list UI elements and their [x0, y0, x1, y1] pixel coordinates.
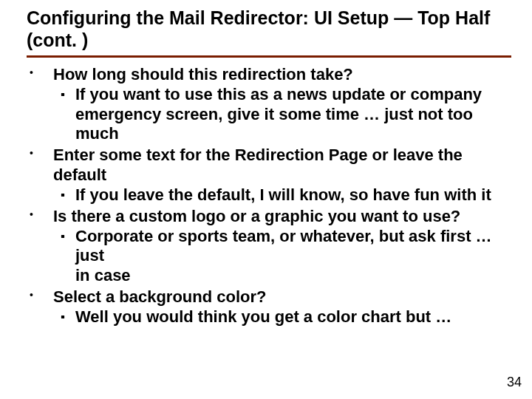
- sub-bullet-text: If you want to use this as a news update…: [75, 85, 510, 144]
- list-item: If you want to use this as a news update…: [53, 85, 510, 144]
- list-item: Corporate or sports team, or whatever, b…: [53, 227, 510, 286]
- bullet-text: Enter some text for the Redirection Page…: [53, 146, 510, 185]
- list-item: Is there a custom logo or a graphic you …: [19, 207, 510, 286]
- sub-bullet-text: If you leave the default, I will know, s…: [75, 185, 510, 205]
- bullet-text: Select a background color?: [53, 287, 510, 307]
- sub-bullet-text: Corporate or sports team, or whatever, b…: [75, 227, 510, 286]
- slide-body: How long should this redirection take? I…: [0, 58, 532, 327]
- sub-bullet-text: Well you would think you get a color cha…: [75, 307, 510, 327]
- bullet-text: How long should this redirection take?: [53, 65, 510, 85]
- list-item: Well you would think you get a color cha…: [53, 307, 510, 327]
- list-item: How long should this redirection take? I…: [19, 65, 510, 144]
- bullet-text: Is there a custom logo or a graphic you …: [53, 207, 510, 227]
- list-item: If you leave the default, I will know, s…: [53, 185, 510, 205]
- list-item: Enter some text for the Redirection Page…: [19, 146, 510, 205]
- page-number: 34: [507, 375, 522, 390]
- slide-title: Configuring the Mail Redirector: UI Setu…: [27, 7, 502, 54]
- list-item: Select a background color? Well you woul…: [19, 287, 510, 327]
